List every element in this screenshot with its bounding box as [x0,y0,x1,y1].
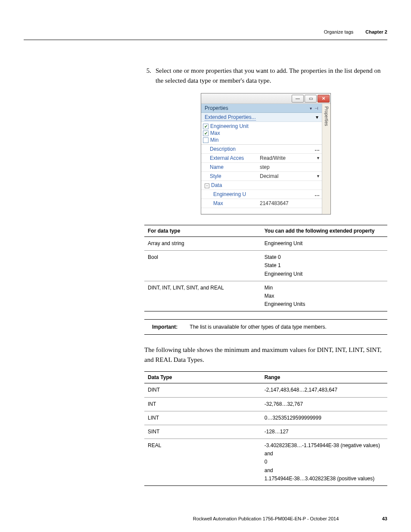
ellipsis-button[interactable]: … [314,191,320,197]
step-number: 5. [144,66,156,85]
checkbox-item[interactable]: Min [203,137,320,143]
table-cell: Bool [144,251,261,281]
table-row: Array and stringEngineering Unit [144,237,387,251]
property-name: Name [201,163,258,171]
property-name: Engineering U [201,190,258,199]
property-name: Style [201,172,258,180]
properties-side-tab[interactable]: Properties [322,104,330,214]
page-header: Organize tags Chapter 2 [24,0,387,40]
group-label: Data [211,182,222,188]
table-row: REAL-3.402823E38…-1.1754944E-38 (negativ… [144,439,387,486]
close-button[interactable]: ✕ [318,95,330,103]
checkbox-label: Engineering Unit [210,123,249,129]
table1-header-1: You can add the following extended prope… [261,225,387,237]
property-value: step [260,164,270,170]
table1-header-0: For data type [144,225,261,237]
properties-panel-figure: — ▭ ✕ Properties ▾ ⊣ E [144,93,387,215]
property-row[interactable]: External AccesRead/Write▼ [201,154,322,163]
table-cell: LINT [144,411,261,425]
table-cell: SINT [144,425,261,439]
checkbox-label: Min [210,137,218,143]
data-group-row[interactable]: −Data [201,181,322,190]
property-row[interactable]: Max2147483647 [201,199,322,208]
table-cell: DINT, INT, LINT, SINT, and REAL [144,281,261,311]
important-note: Important: The list is unavailable for o… [144,319,387,335]
step-text: Select one or more properties that you w… [156,66,387,85]
minimize-button[interactable]: — [292,95,304,103]
table-row: INT-32,768…32,767 [144,397,387,411]
extended-properties-row[interactable]: Extended Properties... ▾ [201,113,322,122]
chevron-down-icon[interactable]: ▾ [316,114,318,120]
chevron-down-icon[interactable]: ▼ [316,156,320,160]
property-row[interactable]: StyleDecimal▼ [201,172,322,181]
table-cell: DINT [144,383,261,397]
table2-header-0: Data Type [144,372,261,383]
chevron-down-icon[interactable]: ▼ [316,174,320,178]
property-row[interactable]: Namestep [201,163,322,172]
property-row[interactable]: Description… [201,145,322,154]
table-cell: State 0 State 1 Engineering Unit [261,251,387,281]
table-cell: 0…32535129599999999 [261,411,387,425]
page-footer: Rockwell Automation Publication 1756-PM0… [144,516,387,521]
table-cell: -32,768…32,767 [261,397,387,411]
header-chapter: Chapter 2 [365,29,387,34]
table-cell: REAL [144,439,261,486]
property-name: Max [201,199,258,208]
property-row[interactable]: Engineering U… [201,190,322,199]
property-value: 2147483647 [260,200,289,206]
property-name: External Acces [201,154,258,162]
table2-header-1: Range [261,372,387,383]
table-cell: INT [144,397,261,411]
table-cell: Array and string [144,237,261,251]
checkbox-icon[interactable]: ✔ [203,131,209,136]
checkbox-icon[interactable] [203,137,209,143]
extended-property-table: For data type You can add the following … [144,225,387,311]
table-cell: -3.402823E38…-1.1754944E-38 (negative va… [261,439,387,486]
collapse-icon[interactable]: − [205,184,209,188]
table-cell: Engineering Unit [261,237,387,251]
property-name: Description [201,145,258,153]
table-row: LINT0…32535129599999999 [144,411,387,425]
table-row: DINT, INT, LINT, SINT, and REALMin Max E… [144,281,387,311]
checkbox-item[interactable]: ✔Max [203,130,320,137]
table-row: SINT-128…127 [144,425,387,439]
checkbox-item[interactable]: ✔Engineering Unit [203,123,320,130]
header-section: Organize tags [324,29,353,34]
step-5: 5. Select one or more properties that yo… [144,66,387,85]
footer-page-number: 43 [382,516,387,521]
dropdown-icon[interactable]: ▾ [310,106,312,111]
property-value: Decimal [260,173,278,179]
properties-window: — ▭ ✕ Properties ▾ ⊣ E [201,93,331,215]
extended-properties-link[interactable]: Extended Properties... [205,114,256,121]
table-row: BoolState 0 State 1 Engineering Unit [144,251,387,281]
maximize-button[interactable]: ▭ [305,95,317,103]
table-cell: -128…127 [261,425,387,439]
pin-icon[interactable]: ⊣ [314,106,318,111]
footer-publication: Rockwell Automation Publication 1756-PM0… [144,516,387,521]
window-titlebar: — ▭ ✕ [201,93,330,104]
note-text: The list is unavailable for other types … [190,324,387,330]
table-cell: Min Max Engineering Units [261,281,387,311]
properties-title: Properties [205,105,228,111]
ellipsis-button[interactable]: … [314,146,320,152]
table-cell: -2,147,483,648…2,147,483,647 [261,383,387,397]
table-row: DINT-2,147,483,648…2,147,483,647 [144,383,387,397]
body-paragraph: The following table shows the minimum an… [144,345,387,364]
checkbox-label: Max [210,130,220,136]
side-tab-label: Properties [324,106,329,126]
property-value: Read/Write [260,155,286,161]
properties-section-header: Properties ▾ ⊣ [201,104,322,113]
note-label: Important: [144,324,177,330]
range-table: Data Type Range DINT-2,147,483,648…2,147… [144,371,387,486]
checkbox-icon[interactable]: ✔ [203,124,209,129]
